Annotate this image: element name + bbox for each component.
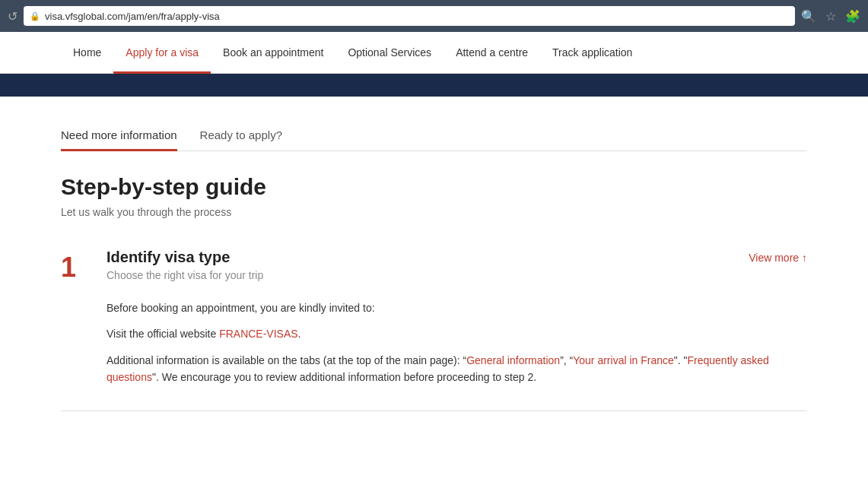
reload-icon[interactable]: ↺ xyxy=(8,9,17,24)
arrival-france-link[interactable]: Your arrival in France xyxy=(573,354,674,366)
para2-prefix: Visit the official website xyxy=(107,328,219,340)
para3-between: ”, “ xyxy=(560,354,573,366)
main-content: Need more information Ready to apply? St… xyxy=(0,97,868,434)
address-bar[interactable]: 🔒 visa.vfsglobal.com/jam/en/fra/apply-vi… xyxy=(24,6,795,26)
page-subtitle: Let us walk you through the process xyxy=(61,206,807,218)
extensions-icon[interactable]: 🧩 xyxy=(845,9,860,24)
search-icon[interactable]: 🔍 xyxy=(801,9,816,24)
browser-chrome: ↺ 🔒 visa.vfsglobal.com/jam/en/fra/apply-… xyxy=(0,0,868,32)
nav-optional-services[interactable]: Optional Services xyxy=(335,32,444,74)
nav-home[interactable]: Home xyxy=(61,32,113,74)
para3: Additional information is available on t… xyxy=(107,352,807,386)
dark-banner xyxy=(0,74,868,97)
nav-apply-visa[interactable]: Apply for a visa xyxy=(113,32,211,74)
url-text: visa.vfsglobal.com/jam/en/fra/apply-visa xyxy=(45,11,220,22)
tab-need-more-info[interactable]: Need more information xyxy=(61,119,177,151)
section-divider xyxy=(61,411,807,411)
nav-bar: Home Apply for a visa Book an appointmen… xyxy=(0,32,868,74)
nav-book-appointment[interactable]: Book an appointment xyxy=(211,32,335,74)
step-content: Identify visa type Choose the right visa… xyxy=(107,249,807,395)
nav-attend-centre[interactable]: Attend a centre xyxy=(444,32,540,74)
para1: Before booking an appointment, you are k… xyxy=(107,300,807,316)
view-more-button[interactable]: View more ↑ xyxy=(749,252,807,264)
tabs: Need more information Ready to apply? xyxy=(61,119,807,151)
general-info-link[interactable]: General information xyxy=(466,354,560,366)
step-number: 1 xyxy=(61,252,107,395)
tab-ready-to-apply[interactable]: Ready to apply? xyxy=(200,119,282,151)
step-description: Choose the right visa for your trip xyxy=(107,269,807,281)
para2: Visit the official website FRANCE-VISAS. xyxy=(107,325,807,342)
step-section: 1 Identify visa type Choose the right vi… xyxy=(61,249,807,395)
step-title: Identify visa type xyxy=(107,249,807,266)
browser-icons: 🔍 ☆ 🧩 xyxy=(801,9,860,24)
para3-prefix: Additional information is available on t… xyxy=(107,354,466,366)
nav-track-application[interactable]: Track application xyxy=(540,32,644,74)
page-title: Step-by-step guide xyxy=(61,174,807,200)
lock-icon: 🔒 xyxy=(30,11,40,21)
para2-suffix: . xyxy=(298,328,301,340)
star-icon[interactable]: ☆ xyxy=(825,9,836,24)
france-visas-link[interactable]: FRANCE-VISAS xyxy=(219,328,297,340)
